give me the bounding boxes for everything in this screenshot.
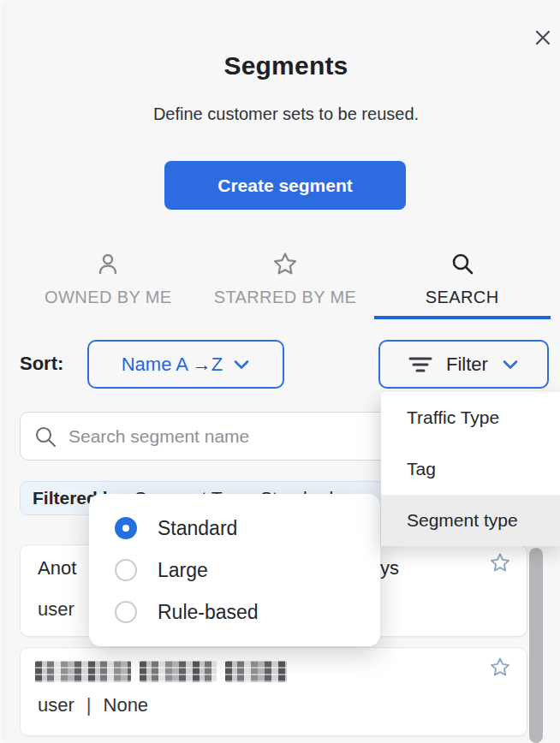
segment-meta: user: [38, 598, 74, 621]
star-icon: [271, 250, 300, 279]
menu-item-traffic-type[interactable]: Traffic Type: [381, 392, 560, 443]
tab-search[interactable]: SEARCH: [373, 250, 551, 320]
tab-label: SEARCH: [426, 288, 499, 307]
scrollbar-thumb[interactable]: [529, 548, 543, 743]
segment-title-fragment: Anot: [38, 557, 76, 580]
tab-bar: OWNED BY ME STARRED BY ME SEARCH: [20, 250, 551, 320]
page-subtitle: Define customer sets to be reused.: [6, 104, 560, 124]
star-toggle-button[interactable]: [488, 656, 512, 680]
tab-owned-by-me[interactable]: OWNED BY ME: [20, 250, 197, 320]
close-button[interactable]: [530, 25, 556, 51]
radio-option-standard[interactable]: Standard: [89, 508, 380, 550]
segment-title-redacted: [35, 661, 287, 682]
radio-label: Standard: [158, 517, 237, 540]
radio-label: Rule-based: [158, 601, 259, 624]
star-icon: [488, 551, 512, 575]
search-icon: [448, 250, 477, 279]
star-icon: [488, 656, 512, 680]
segment-type-popup: Standard Large Rule-based: [89, 494, 380, 646]
segment-meta: user | None: [38, 694, 148, 716]
filter-label: Filter: [446, 354, 488, 376]
segments-drawer-screen: Segments Define customer sets to be reus…: [0, 0, 560, 743]
active-tab-underline: [374, 316, 551, 319]
filter-icon: [408, 354, 432, 375]
filter-dropdown-button[interactable]: Filter: [378, 340, 549, 389]
segment-list-item[interactable]: user | None: [20, 647, 527, 736]
radio-option-rule-based[interactable]: Rule-based: [89, 591, 380, 633]
close-icon: [534, 29, 551, 46]
page-title: Segments: [6, 51, 560, 80]
chevron-down-icon: [233, 359, 250, 371]
search-icon: [33, 424, 58, 449]
segments-drawer-panel: Segments Define customer sets to be reus…: [6, 0, 560, 743]
filter-menu: Traffic Type Tag Segment type: [381, 392, 560, 546]
star-toggle-button[interactable]: [488, 551, 512, 575]
menu-item-segment-type[interactable]: Segment type: [381, 495, 560, 546]
tab-starred-by-me[interactable]: STARRED BY ME: [197, 250, 374, 320]
radio-unselected-icon: [115, 601, 137, 623]
chevron-down-icon: [502, 359, 519, 371]
tab-label: STARRED BY ME: [214, 288, 357, 307]
segment-title-fragment: ys: [380, 557, 399, 580]
sort-dropdown[interactable]: Name A →Z: [87, 340, 284, 389]
sort-label: Sort:: [20, 353, 63, 375]
radio-option-large[interactable]: Large: [89, 550, 380, 591]
create-segment-button[interactable]: Create segment: [164, 161, 406, 210]
sort-value: Name A →Z: [122, 354, 223, 376]
segment-owner: user: [38, 598, 74, 621]
tab-label: OWNED BY ME: [45, 288, 172, 307]
radio-selected-icon: [115, 517, 137, 539]
radio-label: Large: [158, 559, 208, 582]
person-icon: [93, 250, 122, 279]
segment-owner: user: [38, 694, 74, 716]
meta-separator: |: [86, 694, 92, 716]
segment-tag: None: [104, 694, 149, 716]
radio-unselected-icon: [115, 559, 137, 581]
menu-item-tag[interactable]: Tag: [381, 443, 560, 495]
